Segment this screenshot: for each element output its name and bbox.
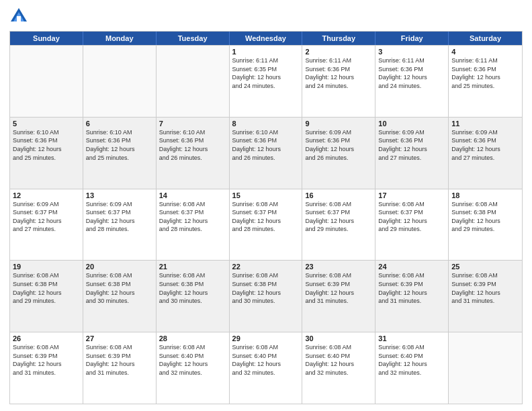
header bbox=[9, 7, 523, 26]
cell-info-line: Daylight: 12 hours bbox=[232, 145, 300, 154]
cell-info-line: Sunset: 6:37 PM bbox=[159, 208, 226, 217]
cell-info-line: Sunset: 6:39 PM bbox=[305, 280, 372, 289]
cell-info-line: and 32 minutes. bbox=[159, 369, 226, 377]
day-number: 19 bbox=[13, 263, 80, 271]
weekday-header-monday: Monday bbox=[83, 32, 157, 45]
cell-info-line: Sunset: 6:38 PM bbox=[451, 208, 519, 217]
day-number: 28 bbox=[159, 334, 226, 342]
cell-info-line: Daylight: 12 hours bbox=[378, 145, 445, 154]
cell-info-line: Sunrise: 6:11 AM bbox=[378, 56, 445, 65]
cell-info-line: Sunrise: 6:08 AM bbox=[378, 200, 445, 209]
day-number: 4 bbox=[451, 48, 519, 56]
day-number: 14 bbox=[159, 191, 226, 199]
cell-info-line: Sunrise: 6:10 AM bbox=[232, 128, 300, 137]
cell-info-line: Daylight: 12 hours bbox=[232, 217, 300, 226]
cell-info-line: Sunset: 6:36 PM bbox=[159, 136, 226, 145]
calendar-cell: 24Sunrise: 6:08 AMSunset: 6:39 PMDayligh… bbox=[375, 261, 449, 332]
cell-info-line: Sunrise: 6:08 AM bbox=[378, 271, 445, 280]
cell-info-line: Sunset: 6:36 PM bbox=[305, 136, 372, 145]
cell-info-line: and 25 minutes. bbox=[451, 82, 519, 91]
calendar-cell: 19Sunrise: 6:08 AMSunset: 6:38 PMDayligh… bbox=[10, 261, 83, 332]
calendar-cell: 29Sunrise: 6:08 AMSunset: 6:40 PMDayligh… bbox=[230, 332, 303, 404]
cell-info-line: Sunset: 6:36 PM bbox=[451, 136, 519, 145]
calendar-cell: 7Sunrise: 6:10 AMSunset: 6:36 PMDaylight… bbox=[157, 118, 230, 189]
cell-info-line: and 32 minutes. bbox=[305, 369, 372, 377]
cell-info-line: and 31 minutes. bbox=[305, 297, 372, 306]
calendar-cell: 4Sunrise: 6:11 AMSunset: 6:36 PMDaylight… bbox=[449, 46, 522, 117]
logo-icon bbox=[9, 7, 28, 26]
day-number: 24 bbox=[378, 263, 445, 271]
cell-info-line: Sunrise: 6:10 AM bbox=[159, 128, 226, 137]
cell-info-line: and 30 minutes. bbox=[159, 297, 226, 306]
cell-info-line: and 30 minutes. bbox=[86, 297, 153, 306]
cell-info-line: Sunrise: 6:08 AM bbox=[13, 271, 80, 280]
cell-info-line: Daylight: 12 hours bbox=[232, 360, 300, 369]
weekday-header-wednesday: Wednesday bbox=[230, 32, 303, 45]
cell-info-line: Sunrise: 6:08 AM bbox=[232, 200, 300, 209]
cell-info-line: Sunrise: 6:08 AM bbox=[159, 343, 226, 352]
day-number: 12 bbox=[13, 191, 80, 199]
cell-info-line: Sunset: 6:35 PM bbox=[232, 65, 300, 74]
cell-info-line: and 32 minutes. bbox=[232, 369, 300, 377]
cell-info-line: Sunset: 6:39 PM bbox=[451, 280, 519, 289]
day-number: 1 bbox=[232, 48, 300, 56]
day-number: 20 bbox=[86, 263, 153, 271]
day-number: 5 bbox=[13, 120, 80, 128]
cell-info-line: Daylight: 12 hours bbox=[232, 289, 300, 298]
calendar-cell: 6Sunrise: 6:10 AMSunset: 6:36 PMDaylight… bbox=[83, 118, 157, 189]
cell-info-line: Sunset: 6:40 PM bbox=[232, 352, 300, 361]
cell-info-line: and 31 minutes. bbox=[86, 369, 153, 377]
day-number: 31 bbox=[378, 334, 445, 342]
calendar-cell: 14Sunrise: 6:08 AMSunset: 6:37 PMDayligh… bbox=[157, 189, 230, 261]
calendar-cell bbox=[449, 332, 522, 404]
cell-info-line: Daylight: 12 hours bbox=[159, 289, 226, 298]
calendar-cell: 13Sunrise: 6:09 AMSunset: 6:37 PMDayligh… bbox=[83, 189, 157, 261]
day-number: 10 bbox=[378, 120, 445, 128]
day-number: 13 bbox=[86, 191, 153, 199]
cell-info-line: Sunrise: 6:08 AM bbox=[159, 271, 226, 280]
cell-info-line: Sunrise: 6:08 AM bbox=[159, 200, 226, 209]
cell-info-line: Sunrise: 6:08 AM bbox=[305, 200, 372, 209]
calendar: SundayMondayTuesdayWednesdayThursdayFrid… bbox=[9, 31, 523, 404]
cell-info-line: Daylight: 12 hours bbox=[13, 217, 80, 226]
cell-info-line: Daylight: 12 hours bbox=[159, 217, 226, 226]
cell-info-line: Sunset: 6:36 PM bbox=[232, 136, 300, 145]
cell-info-line: Daylight: 12 hours bbox=[13, 360, 80, 369]
cell-info-line: and 27 minutes. bbox=[451, 154, 519, 163]
cell-info-line: Daylight: 12 hours bbox=[86, 145, 153, 154]
calendar-cell: 27Sunrise: 6:08 AMSunset: 6:39 PMDayligh… bbox=[83, 332, 157, 404]
calendar-header: SundayMondayTuesdayWednesdayThursdayFrid… bbox=[10, 32, 522, 45]
cell-info-line: Daylight: 12 hours bbox=[13, 289, 80, 298]
cell-info-line: Sunrise: 6:08 AM bbox=[451, 200, 519, 209]
svg-rect-2 bbox=[17, 16, 21, 21]
day-number: 11 bbox=[451, 120, 519, 128]
calendar-cell: 21Sunrise: 6:08 AMSunset: 6:38 PMDayligh… bbox=[157, 261, 230, 332]
cell-info-line: Sunset: 6:37 PM bbox=[378, 208, 445, 217]
cell-info-line: and 24 minutes. bbox=[378, 82, 445, 91]
calendar-cell: 30Sunrise: 6:08 AMSunset: 6:40 PMDayligh… bbox=[302, 332, 375, 404]
cell-info-line: Sunset: 6:39 PM bbox=[13, 352, 80, 361]
cell-info-line: and 31 minutes. bbox=[13, 369, 80, 377]
cell-info-line: Sunset: 6:36 PM bbox=[13, 136, 80, 145]
cell-info-line: Sunrise: 6:09 AM bbox=[451, 128, 519, 137]
calendar-cell: 10Sunrise: 6:09 AMSunset: 6:36 PMDayligh… bbox=[375, 118, 449, 189]
calendar-cell: 26Sunrise: 6:08 AMSunset: 6:39 PMDayligh… bbox=[10, 332, 83, 404]
cell-info-line: and 28 minutes. bbox=[232, 225, 300, 234]
cell-info-line: Daylight: 12 hours bbox=[305, 145, 372, 154]
cell-info-line: Sunset: 6:40 PM bbox=[159, 352, 226, 361]
cell-info-line: Sunrise: 6:08 AM bbox=[378, 343, 445, 352]
day-number: 22 bbox=[232, 263, 300, 271]
cell-info-line: Daylight: 12 hours bbox=[305, 360, 372, 369]
day-number: 6 bbox=[86, 120, 153, 128]
cell-info-line: Daylight: 12 hours bbox=[159, 360, 226, 369]
day-number: 27 bbox=[86, 334, 153, 342]
day-number: 7 bbox=[159, 120, 226, 128]
cell-info-line: Daylight: 12 hours bbox=[451, 73, 519, 82]
cell-info-line: and 26 minutes. bbox=[305, 154, 372, 163]
page: SundayMondayTuesdayWednesdayThursdayFrid… bbox=[0, 0, 532, 411]
cell-info-line: and 26 minutes. bbox=[232, 154, 300, 163]
cell-info-line: Daylight: 12 hours bbox=[451, 289, 519, 298]
cell-info-line: Sunrise: 6:08 AM bbox=[232, 343, 300, 352]
cell-info-line: Sunset: 6:40 PM bbox=[305, 352, 372, 361]
cell-info-line: and 29 minutes. bbox=[13, 297, 80, 306]
